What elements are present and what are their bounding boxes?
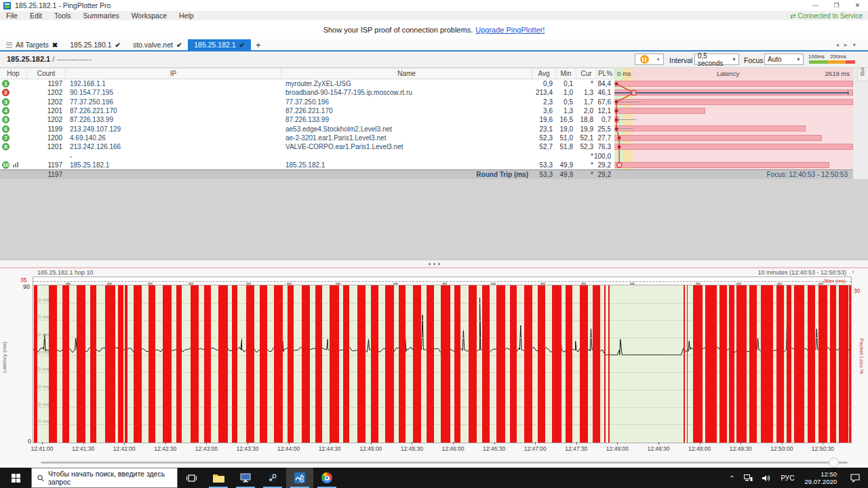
packet-loss-bar bbox=[302, 285, 311, 443]
packet-loss-bar bbox=[538, 285, 545, 443]
tab-scroll-controls: ◂ ▸ ▾ bbox=[835, 41, 856, 48]
hop-number-badge: 6 bbox=[2, 125, 9, 133]
pause-button[interactable] bbox=[635, 54, 654, 65]
ip-cell: 192.168.1.1 bbox=[66, 79, 281, 88]
header-count[interactable]: Count bbox=[27, 68, 66, 79]
timeline-plot[interactable]: 80 ms70 ms60 ms50 ms40 ms30 ms20 ms10 ms bbox=[33, 285, 852, 443]
minimize-button[interactable]: — bbox=[805, 0, 826, 11]
header-name[interactable]: Name bbox=[281, 68, 532, 79]
header-min[interactable]: Min bbox=[556, 68, 576, 79]
interval-select[interactable]: 0,5 seconds ▼ bbox=[694, 54, 739, 65]
time-tick-label: 12:43:00 bbox=[195, 445, 218, 452]
time-tick bbox=[617, 442, 618, 445]
file-explorer-button[interactable] bbox=[205, 468, 232, 488]
timeline-range-dropdown-icon[interactable]: ▿ bbox=[852, 269, 854, 275]
cur-cell: 19,9 bbox=[576, 124, 597, 133]
close-button[interactable]: ✕ bbox=[847, 0, 868, 11]
name-cell: 87.226.133.99 bbox=[281, 115, 532, 124]
scrollbar-thumb[interactable] bbox=[829, 458, 839, 468]
menu-file[interactable]: File bbox=[0, 11, 24, 20]
focus-select[interactable]: Auto ▼ bbox=[764, 54, 804, 65]
menu-workspace[interactable]: Workspace bbox=[125, 11, 173, 20]
table-row[interactable]: -*100,0 bbox=[0, 151, 853, 160]
table-row[interactable]: 5120287.226.133.9987.226.133.9919,616,51… bbox=[0, 115, 853, 124]
packet-loss-bar bbox=[90, 285, 96, 443]
header-avg[interactable]: Avg bbox=[532, 68, 556, 79]
packet-loss-bar bbox=[808, 285, 815, 443]
hop-cell: 2 bbox=[0, 88, 27, 97]
menu-edit[interactable]: Edit bbox=[24, 11, 48, 20]
hop-number-badge: 3 bbox=[2, 98, 9, 106]
header-hop[interactable]: Hop bbox=[0, 68, 27, 79]
pane-splitter-handle[interactable] bbox=[0, 260, 868, 267]
interval-label: Interval bbox=[669, 56, 692, 64]
timeline-range-label[interactable]: 10 minutes (12:40:53 - 12:50:53) bbox=[757, 269, 846, 276]
tray-chevron-icon[interactable]: ⌃ bbox=[724, 474, 739, 482]
maximize-button[interactable]: ❐ bbox=[826, 0, 847, 11]
plot-gridline-label: 70 ms bbox=[35, 314, 49, 320]
menu-summaries[interactable]: Summaries bbox=[77, 11, 125, 20]
packet-loss-bar bbox=[413, 285, 422, 443]
menu-help[interactable]: Help bbox=[173, 11, 200, 20]
name-cell: ae53.edge4.Stockholm2.Level3.net bbox=[281, 124, 532, 133]
min-cell: 1,0 bbox=[556, 88, 576, 97]
check-icon: ✔ bbox=[115, 41, 121, 49]
latency-axis-title: Latency (ms) bbox=[1, 342, 7, 373]
table-row[interactable]: 3120277.37.250.19677.37.250.1962,30,51,7… bbox=[0, 98, 853, 106]
scrollbar-track[interactable] bbox=[41, 462, 848, 464]
packet-loss-bar bbox=[260, 285, 267, 443]
tab-sto-valve-net[interactable]: sto.valve.net ✔ bbox=[127, 39, 188, 50]
packet-loss-bar bbox=[524, 285, 533, 443]
language-indicator[interactable]: РУС bbox=[776, 474, 799, 482]
action-center-button[interactable] bbox=[842, 474, 868, 483]
table-row[interactable]: 81201213.242.126.166VALVE-CORPO.ear1.Par… bbox=[0, 142, 853, 151]
header-cur[interactable]: Cur bbox=[576, 68, 597, 79]
pause-dropdown-button[interactable]: ▾ bbox=[653, 54, 664, 65]
speaker-icon[interactable] bbox=[757, 474, 776, 482]
new-tab-button[interactable]: + bbox=[251, 40, 266, 50]
ip-cell: 87.226.133.99 bbox=[66, 115, 281, 124]
header-ip[interactable]: IP bbox=[66, 68, 281, 79]
close-tab-icon[interactable]: ✖ bbox=[52, 41, 58, 49]
min-cell: 16,5 bbox=[556, 115, 576, 124]
taskbar-search-input[interactable]: Чтобы начать поиск, введите здесь запрос bbox=[31, 468, 178, 488]
time-tick bbox=[576, 442, 577, 445]
start-button[interactable] bbox=[0, 468, 31, 488]
time-tick bbox=[42, 442, 43, 445]
network-icon[interactable] bbox=[739, 474, 757, 482]
tab-scroll-right-icon[interactable]: ▸ bbox=[844, 41, 848, 48]
steam-button[interactable] bbox=[259, 468, 286, 488]
tab-list-dropdown-icon[interactable]: ▾ bbox=[852, 41, 856, 48]
search-icon bbox=[37, 474, 44, 482]
chrome-button[interactable] bbox=[313, 468, 340, 488]
table-row[interactable]: 61199213.249.107.129ae53.edge4.Stockholm… bbox=[0, 124, 853, 133]
header-pl[interactable]: PL% bbox=[597, 68, 614, 79]
packet-loss-bar bbox=[614, 135, 822, 141]
focus-range-label: Focus: 12:40:53 - 12:50:53 bbox=[614, 171, 853, 178]
packet-loss-bar bbox=[371, 285, 378, 443]
table-row[interactable]: 712004.69.140.26ae-2-3201.ear1.Paris1.Le… bbox=[0, 134, 853, 142]
pc-app-button[interactable] bbox=[232, 468, 259, 488]
menu-tools[interactable]: Tools bbox=[48, 11, 77, 20]
time-tick-label: 12:44:30 bbox=[319, 445, 341, 452]
table-row[interactable]: 4120187.226.221.17087.226.221.1703,61,32… bbox=[0, 106, 853, 115]
table-row[interactable]: 11197192.168.1.1myrouter.ZyXEL-USG0,90,1… bbox=[0, 79, 853, 88]
tab-185-25-182-1-active[interactable]: 185.25.182.1 ✔ bbox=[188, 39, 251, 50]
tab-185-25-180-1[interactable]: 185.25.180.1 ✔ bbox=[64, 39, 127, 50]
task-view-button[interactable] bbox=[178, 468, 205, 488]
name-cell: 77.37.250.196 bbox=[281, 98, 532, 106]
packet-loss-bar bbox=[614, 108, 705, 114]
avg-cell: 53,3 bbox=[532, 161, 556, 169]
table-row[interactable]: 101197185.25.182.1185.25.182.153,349,9*2… bbox=[0, 161, 853, 169]
hop-cell: 5 bbox=[0, 115, 27, 124]
upgrade-link[interactable]: Upgrade PingPlotter! bbox=[475, 26, 545, 34]
upgrade-banner: Show your ISP proof of connection proble… bbox=[0, 20, 868, 39]
packet-loss-bar bbox=[510, 285, 517, 443]
tab-scroll-left-icon[interactable]: ◂ bbox=[835, 41, 839, 48]
table-row[interactable]: 2120290.154.77.195broadband-90-154-77-19… bbox=[0, 88, 853, 97]
taskbar-clock[interactable]: 12:50 29.07.2020 bbox=[799, 470, 842, 485]
tab-label: 185.25.182.1 bbox=[194, 41, 235, 49]
tab-all-targets[interactable]: All Targets ✖ bbox=[0, 39, 64, 50]
count-cell: 1197 bbox=[27, 161, 66, 169]
pingplotter-taskbar-button[interactable] bbox=[286, 468, 313, 488]
